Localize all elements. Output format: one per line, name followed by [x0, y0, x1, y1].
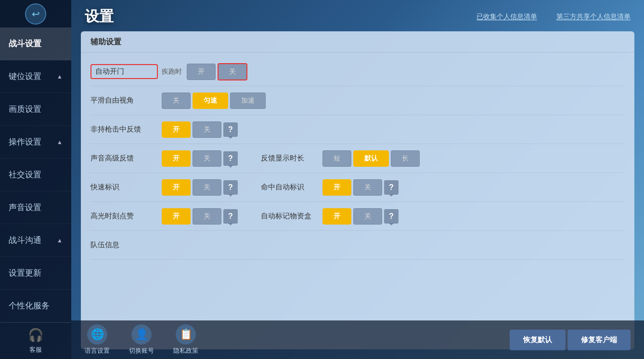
panel-content: 自动开门 疾跑时 开 关 平滑自由视角 关 匀速 加速 非持枪击中反馈	[81, 53, 634, 349]
sidebar-item-label: 声音设置	[9, 202, 41, 213]
settings-panel: 辅助设置 自动开门 疾跑时 开 关 平滑自由视角 关 匀速 加速	[81, 31, 634, 349]
team-info-label: 队伍信息	[90, 240, 158, 250]
quick-mark-off-button[interactable]: 关	[193, 179, 221, 196]
highlight-off-button[interactable]: 关	[193, 208, 221, 225]
setting-row-auto-door: 自动开门 疾跑时 开 关	[90, 57, 625, 86]
audio-feedback-controls: 开 关 ?	[162, 150, 238, 167]
auto-hit-help-button[interactable]: ?	[384, 180, 399, 195]
main-content: 设置 已收集个人信息清单 第三方共享个人信息清单 辅助设置 自动开门 疾跑时 开…	[71, 0, 644, 359]
auto-hit-off-button[interactable]: 关	[353, 179, 382, 196]
sidebar-item-social[interactable]: 社交设置	[0, 159, 71, 191]
audio-feedback-on-button[interactable]: 开	[162, 150, 191, 167]
nongun-on-button[interactable]: 开	[162, 121, 191, 138]
sidebar-item-label: 操作设置	[9, 136, 41, 147]
auto-mark-loot-group: 自动标记物资盒 开 关 ?	[261, 208, 399, 225]
switch-account-button[interactable]: 👤 切换账号	[129, 324, 154, 355]
header-links: 已收集个人信息清单 第三方共享个人信息清单	[477, 13, 631, 21]
quick-mark-help-button[interactable]: ?	[223, 180, 238, 195]
smooth-accel-button[interactable]: 加速	[230, 93, 266, 109]
auto-hit-mark-group: 命中自动标识 开 关 ?	[261, 179, 399, 196]
audio-feedback-off-button[interactable]: 关	[193, 150, 221, 167]
auto-hit-on-button[interactable]: 开	[322, 179, 351, 196]
sidebar-item-label: 画质设置	[9, 104, 41, 115]
auto-mark-loot-label: 自动标记物资盒	[261, 212, 319, 221]
customer-service-button[interactable]: 🎧 客服	[0, 322, 71, 359]
sidebar-item-graphics[interactable]: 画质设置	[0, 93, 71, 126]
headset-icon: 🎧	[28, 328, 43, 343]
sidebar-item-keybind[interactable]: 键位设置 ▲	[0, 60, 71, 93]
sidebar-item-label: 战斗沟通	[9, 235, 41, 246]
setting-row-audio-feedback: 声音高级反馈 开 关 ? 反馈显示时长 短 默认 长	[90, 144, 625, 173]
footer: 🌐 语言设置 👤 切换账号 📋 隐私政策 恢复默认 修复客户端	[71, 320, 644, 359]
sidebar-item-label: 社交设置	[9, 169, 41, 180]
language-label: 语言设置	[85, 346, 110, 355]
auto-door-label: 自动开门	[90, 64, 158, 79]
quick-mark-controls: 开 关 ?	[162, 179, 238, 196]
duration-short-button[interactable]: 短	[322, 150, 351, 167]
auto-loot-off-button[interactable]: 关	[353, 208, 382, 225]
panel-title: 辅助设置	[81, 31, 634, 53]
switch-account-label: 切换账号	[129, 346, 154, 355]
audio-feedback-label: 声音高级反馈	[90, 154, 158, 163]
privacy-policy-button[interactable]: 📋 隐私政策	[173, 324, 198, 355]
smooth-uniform-button[interactable]: 匀速	[193, 93, 228, 109]
feedback-duration-controls: 短 默认 长	[322, 150, 420, 167]
repair-client-button[interactable]: 修复客户端	[567, 330, 631, 350]
user-icon: 👤	[131, 324, 152, 345]
auto-loot-on-button[interactable]: 开	[322, 208, 351, 225]
back-button[interactable]: ↩	[0, 0, 71, 27]
sidebar-item-label: 键位设置	[9, 71, 41, 82]
auto-loot-help-button[interactable]: ?	[384, 209, 399, 224]
globe-icon: 🌐	[87, 324, 107, 345]
restore-defaults-button[interactable]: 恢复默认	[510, 330, 566, 350]
personal-info-link[interactable]: 已收集个人信息清单	[477, 13, 537, 21]
sidebar: ↩ 战斗设置 键位设置 ▲ 画质设置 操作设置 ▲ 社交设置 声音设置 战斗沟通…	[0, 0, 71, 359]
footer-action-buttons: 恢复默认 修复客户端	[510, 330, 631, 350]
chevron-icon: ▲	[57, 237, 63, 244]
duration-long-button[interactable]: 长	[391, 150, 420, 167]
chevron-icon: ▲	[57, 139, 63, 146]
sprint-label: 疾跑时	[162, 67, 182, 76]
chevron-icon: ▲	[57, 73, 63, 80]
sidebar-item-battle-settings[interactable]: 战斗设置	[0, 27, 71, 60]
setting-row-highlight-like: 高光时刻点赞 开 关 ? 自动标记物资盒 开 关 ?	[90, 202, 625, 231]
auto-door-off-button[interactable]: 关	[218, 63, 247, 80]
back-icon: ↩	[25, 3, 46, 25]
audio-feedback-help-button[interactable]: ?	[223, 151, 238, 166]
quick-mark-on-button[interactable]: 开	[162, 179, 191, 196]
nongun-controls: 开 关 ?	[162, 121, 238, 138]
auto-door-controls: 疾跑时 开 关	[162, 63, 247, 80]
sidebar-item-audio[interactable]: 声音设置	[0, 191, 71, 224]
header: 设置 已收集个人信息清单 第三方共享个人信息清单	[71, 0, 644, 31]
setting-row-smooth-view: 平滑自由视角 关 匀速 加速	[90, 86, 625, 115]
sidebar-item-personalization[interactable]: 个性化服务	[0, 290, 71, 322]
smooth-view-controls: 关 匀速 加速	[162, 93, 266, 109]
page-title: 设置	[85, 7, 114, 27]
auto-door-on-button[interactable]: 开	[187, 64, 216, 80]
highlight-like-controls: 开 关 ?	[162, 208, 238, 225]
setting-row-quick-mark: 快速标识 开 关 ? 命中自动标识 开 关 ?	[90, 173, 625, 202]
sidebar-item-controls[interactable]: 操作设置 ▲	[0, 126, 71, 159]
smooth-off-button[interactable]: 关	[162, 93, 191, 109]
third-party-link[interactable]: 第三方共享个人信息清单	[556, 13, 631, 21]
nongun-off-button[interactable]: 关	[193, 121, 221, 138]
highlight-like-label: 高光时刻点赞	[90, 212, 158, 221]
setting-row-team-info: 队伍信息	[90, 231, 625, 260]
feedback-duration-group: 反馈显示时长 短 默认 长	[261, 150, 420, 167]
sidebar-item-label: 设置更新	[9, 267, 41, 279]
nongun-help-button[interactable]: ?	[223, 122, 238, 137]
privacy-label: 隐私政策	[173, 346, 198, 355]
sidebar-item-label: 战斗设置	[9, 38, 41, 49]
language-settings-button[interactable]: 🌐 语言设置	[85, 324, 110, 355]
clipboard-icon: 📋	[176, 324, 196, 345]
highlight-on-button[interactable]: 开	[162, 208, 191, 225]
quick-mark-label: 快速标识	[90, 183, 158, 192]
highlight-help-button[interactable]: ?	[223, 209, 238, 224]
sidebar-item-combat-comm[interactable]: 战斗沟通 ▲	[0, 224, 71, 257]
auto-mark-loot-controls: 开 关 ?	[322, 208, 399, 225]
smooth-view-label: 平滑自由视角	[90, 96, 158, 105]
duration-default-button[interactable]: 默认	[353, 150, 389, 167]
auto-hit-mark-label: 命中自动标识	[261, 183, 319, 192]
sidebar-item-settings-update[interactable]: 设置更新	[0, 257, 71, 290]
nongun-label: 非持枪击中反馈	[90, 125, 158, 134]
